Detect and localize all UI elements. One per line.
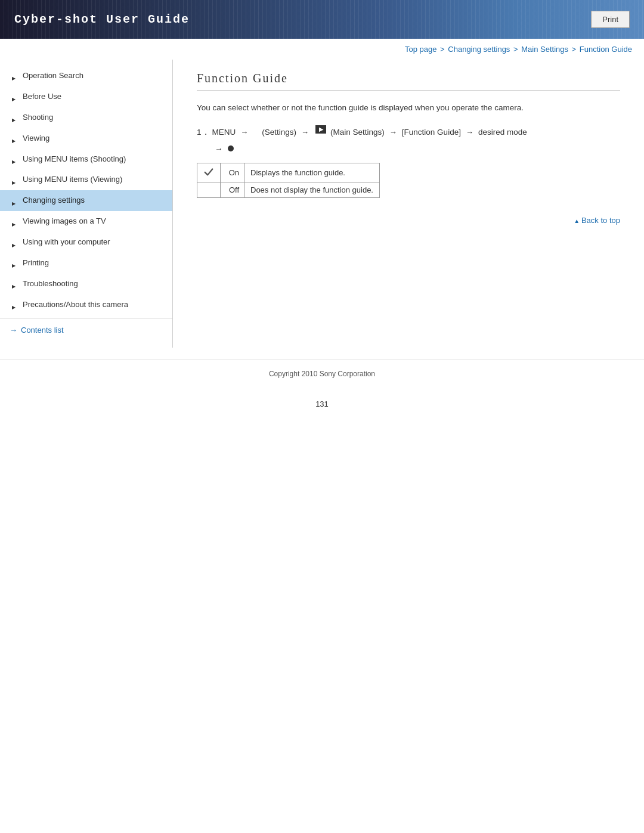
sidebar-label-troubleshooting: Troubleshooting xyxy=(23,279,78,289)
breadcrumb-sep-2: > xyxy=(513,45,520,54)
arrow-icon xyxy=(12,302,18,308)
breadcrumb-sep-1: > xyxy=(440,45,447,54)
back-to-top-link[interactable]: Back to top xyxy=(574,216,620,225)
arrow-2: → xyxy=(301,125,309,139)
arrow-icon xyxy=(12,219,18,225)
sidebar-item-viewing[interactable]: Viewing xyxy=(0,128,172,149)
sidebar: Operation Search Before Use Shooting Vie… xyxy=(0,60,173,348)
breadcrumb-function-guide[interactable]: Function Guide xyxy=(580,45,632,54)
arrow-1: → xyxy=(240,125,248,139)
sidebar-label-menu-shooting: Using MENU items (Shooting) xyxy=(23,154,126,165)
main-content: Function Guide You can select whether or… xyxy=(173,60,644,243)
back-to-top[interactable]: Back to top xyxy=(197,216,620,225)
sidebar-label-menu-viewing: Using MENU items (Viewing) xyxy=(23,175,122,185)
sidebar-label-viewing-tv: Viewing images on a TV xyxy=(23,216,106,227)
arrow-icon xyxy=(12,156,18,162)
main-settings-text: (Main Settings) xyxy=(330,125,385,140)
arrow-5: → xyxy=(215,144,223,153)
arrow-4: → xyxy=(466,125,473,139)
empty-icon-cell xyxy=(197,182,221,197)
page-number: 131 xyxy=(0,388,644,420)
instruction-step: 1． MENU → (Settings) → ▶ (Main Settings)… xyxy=(197,125,620,140)
checkmark-icon xyxy=(203,166,214,177)
breadcrumb-main-settings[interactable]: Main Settings xyxy=(521,45,568,54)
table-row-on: On Displays the function guide. xyxy=(197,163,380,182)
sidebar-item-printing[interactable]: Printing xyxy=(0,253,172,274)
arrow-icon xyxy=(12,94,18,100)
sidebar-label-operation-search: Operation Search xyxy=(23,71,83,81)
step-number: 1． xyxy=(197,125,210,140)
arrow-icon xyxy=(12,177,18,183)
arrow-3: → xyxy=(389,125,397,139)
sidebar-item-computer[interactable]: Using with your computer xyxy=(0,232,172,253)
sidebar-label-printing: Printing xyxy=(23,258,49,268)
on-label: On xyxy=(221,163,244,182)
sidebar-item-menu-viewing[interactable]: Using MENU items (Viewing) xyxy=(0,169,172,190)
page-layout: Operation Search Before Use Shooting Vie… xyxy=(0,60,644,348)
sidebar-label-changing-settings: Changing settings xyxy=(23,196,85,206)
settings-text: (Settings) xyxy=(253,125,296,140)
sidebar-label-viewing: Viewing xyxy=(23,134,49,144)
sidebar-label-computer: Using with your computer xyxy=(23,237,110,247)
sidebar-label-shooting: Shooting xyxy=(23,113,53,123)
off-description: Does not display the function guide. xyxy=(244,182,380,197)
main-settings-icon: ▶ xyxy=(315,125,326,134)
arrow-icon xyxy=(12,198,18,204)
menu-label: MENU xyxy=(212,125,236,140)
off-label: Off xyxy=(221,182,244,197)
breadcrumb: Top page > Changing settings > Main Sett… xyxy=(0,39,644,60)
bullet-icon xyxy=(228,145,234,151)
breadcrumb-changing-settings[interactable]: Changing settings xyxy=(448,45,510,54)
desired-mode-text: desired mode xyxy=(478,125,527,140)
sidebar-item-before-use[interactable]: Before Use xyxy=(0,86,172,107)
table-row-off: Off Does not display the function guide. xyxy=(197,182,380,197)
function-guide-bracket: [Function Guide] xyxy=(402,125,461,140)
arrow-icon xyxy=(12,135,18,141)
sidebar-item-precautions[interactable]: Precautions/About this camera xyxy=(0,295,172,315)
sidebar-item-menu-shooting[interactable]: Using MENU items (Shooting) xyxy=(0,149,172,170)
sidebar-item-viewing-tv[interactable]: Viewing images on a TV xyxy=(0,211,172,232)
check-icon-cell xyxy=(197,163,221,182)
sidebar-item-troubleshooting[interactable]: Troubleshooting xyxy=(0,274,172,295)
sidebar-label-before-use: Before Use xyxy=(23,92,61,102)
sidebar-item-changing-settings[interactable]: Changing settings xyxy=(0,190,172,211)
page-header: Cyber-shot User Guide Print xyxy=(0,0,644,39)
arrow-icon xyxy=(12,73,18,79)
print-button[interactable]: Print xyxy=(591,11,630,28)
instruction-row2: → xyxy=(215,144,620,153)
arrow-icon xyxy=(12,281,18,287)
sidebar-label-precautions: Precautions/About this camera xyxy=(23,300,128,310)
description: You can select whether or not the functi… xyxy=(197,101,620,114)
sidebar-item-operation-search[interactable]: Operation Search xyxy=(0,66,172,86)
app-title: Cyber-shot User Guide xyxy=(14,13,190,26)
arrow-icon xyxy=(12,260,18,266)
arrow-icon xyxy=(12,114,18,120)
arrow-icon xyxy=(12,240,18,246)
breadcrumb-top-page[interactable]: Top page xyxy=(405,45,437,54)
on-description: Displays the function guide. xyxy=(244,163,380,182)
copyright-text: Copyright 2010 Sony Corporation xyxy=(269,370,375,378)
contents-list-link[interactable]: Contents list xyxy=(10,326,163,335)
page-title: Function Guide xyxy=(197,72,620,91)
sidebar-item-shooting[interactable]: Shooting xyxy=(0,107,172,128)
page-footer: Copyright 2010 Sony Corporation xyxy=(0,360,644,388)
breadcrumb-sep-3: > xyxy=(572,45,578,54)
sidebar-footer: Contents list xyxy=(0,318,172,342)
function-table: On Displays the function guide. Off Does… xyxy=(197,163,380,198)
